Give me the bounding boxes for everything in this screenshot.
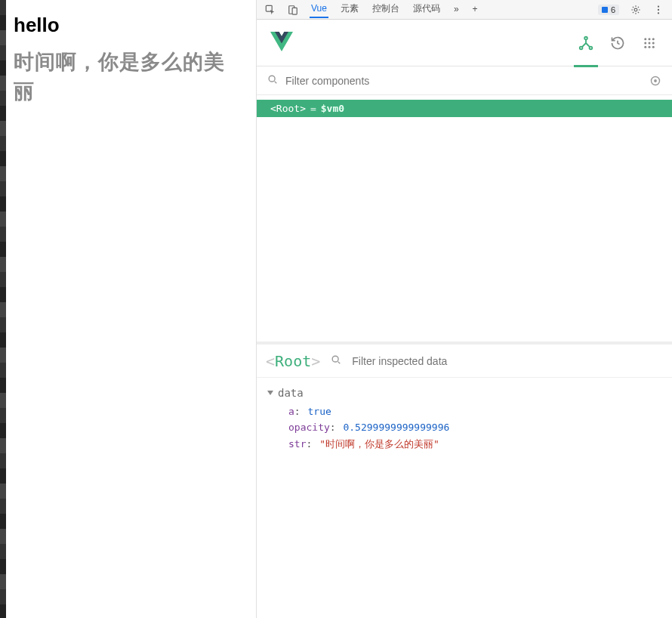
app-viewport: hello 时间啊，你是多么的美丽 — [0, 0, 257, 618]
chevron-down-icon — [267, 391, 273, 395]
svg-point-17 — [649, 45, 651, 48]
svg-point-5 — [658, 8, 659, 10]
filter-inspected-input[interactable] — [352, 355, 663, 367]
prop-key: a — [288, 406, 294, 417]
devtools-tabbar: Vue 元素 控制台 源代码 » + 6 — [257, 0, 672, 20]
svg-point-15 — [652, 42, 655, 44]
svg-point-16 — [644, 45, 646, 48]
svg-point-4 — [658, 5, 659, 7]
device-toolbar-icon[interactable] — [287, 4, 299, 16]
prop-key: str — [288, 438, 306, 450]
equals-text: = — [310, 103, 316, 114]
select-in-page-icon[interactable] — [649, 75, 661, 87]
filter-components-input[interactable] — [285, 75, 642, 87]
svg-point-10 — [644, 38, 646, 40]
svg-point-3 — [634, 8, 637, 11]
inspector-header: <Root> — [257, 345, 672, 378]
svg-point-14 — [649, 42, 651, 44]
svg-point-6 — [658, 12, 659, 14]
settings-tab-icon[interactable] — [640, 34, 658, 52]
inspect-element-icon[interactable] — [264, 4, 276, 16]
prop-key: opacity — [288, 422, 330, 433]
tab-vue[interactable]: Vue — [310, 2, 328, 18]
devtools-panel: Vue 元素 控制台 源代码 » + 6 — [257, 0, 672, 618]
search-icon — [267, 74, 278, 88]
data-row-a[interactable]: a: true — [267, 403, 661, 419]
prop-value: "时间啊，你是多么的美丽" — [319, 438, 439, 450]
prop-value: 0.5299999999999996 — [343, 422, 449, 433]
history-tab-icon[interactable] — [609, 34, 627, 52]
customize-icon[interactable] — [652, 4, 664, 16]
selected-component-label: <Root> — [266, 352, 320, 370]
data-row-opacity[interactable]: opacity: 0.5299999999999996 — [267, 419, 661, 435]
page-heading: hello — [14, 14, 242, 37]
component-tag: <Root> — [270, 103, 306, 114]
svg-point-19 — [269, 76, 275, 82]
svg-point-7 — [584, 36, 587, 39]
selected-component-name: Root — [275, 352, 311, 370]
tab-console[interactable]: 控制台 — [371, 1, 401, 18]
vue-logo-icon — [270, 32, 293, 54]
search-icon — [331, 354, 341, 368]
data-section-header[interactable]: data — [267, 387, 661, 399]
issues-count: 6 — [611, 5, 615, 14]
components-tab-icon[interactable] — [577, 34, 595, 52]
page-subtitle: 时间啊，你是多么的美丽 — [14, 48, 242, 107]
tabs-overflow[interactable]: » — [452, 2, 461, 17]
data-row-str[interactable]: str: "时间啊，你是多么的美丽" — [267, 435, 661, 453]
vue-devtools-header — [257, 20, 672, 66]
svg-point-21 — [655, 79, 656, 81]
add-tab-button[interactable]: + — [471, 2, 479, 17]
svg-point-9 — [590, 46, 593, 49]
component-tree[interactable]: <Root> = $vm0 — [257, 95, 672, 345]
issues-badge[interactable]: 6 — [598, 5, 619, 15]
svg-rect-2 — [292, 8, 297, 14]
tab-elements[interactable]: 元素 — [339, 1, 360, 18]
tab-sources[interactable]: 源代码 — [412, 1, 442, 18]
section-label: data — [278, 387, 304, 399]
vm-var: $vm0 — [321, 103, 344, 114]
prop-value: true — [307, 406, 331, 417]
svg-point-8 — [580, 46, 583, 49]
svg-point-11 — [649, 38, 651, 40]
settings-gear-icon[interactable] — [630, 4, 642, 16]
tree-row-root[interactable]: <Root> = $vm0 — [257, 100, 672, 117]
data-panel: data a: true opacity: 0.5299999999999996… — [257, 378, 672, 462]
os-sidebar-stub — [0, 0, 6, 618]
svg-point-13 — [644, 42, 646, 44]
svg-point-18 — [652, 45, 655, 48]
svg-point-12 — [652, 38, 655, 40]
svg-point-22 — [332, 356, 338, 362]
component-filter-bar — [257, 66, 672, 95]
